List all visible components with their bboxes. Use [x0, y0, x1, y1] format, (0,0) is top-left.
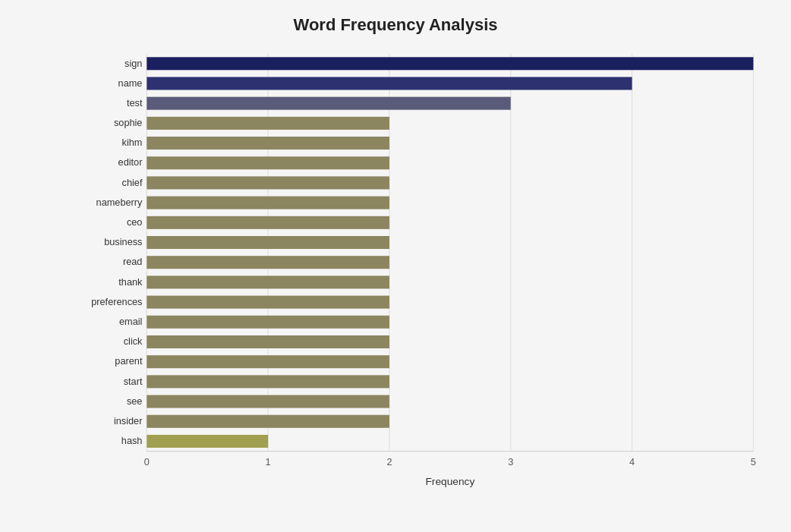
svg-rect-33 — [147, 236, 389, 249]
svg-text:preferences: preferences — [91, 297, 142, 307]
svg-text:2: 2 — [386, 458, 392, 468]
svg-text:4: 4 — [629, 458, 635, 468]
chart-area: 012345Frequencysignnametestsophiekihmedi… — [84, 50, 768, 490]
svg-rect-51 — [147, 415, 389, 428]
svg-text:chief: chief — [122, 178, 143, 188]
svg-text:test: test — [127, 98, 143, 109]
svg-text:business: business — [104, 238, 142, 248]
svg-text:sophie: sophie — [114, 118, 143, 128]
svg-rect-43 — [147, 335, 389, 348]
svg-rect-17 — [147, 77, 632, 90]
svg-rect-25 — [147, 156, 389, 169]
svg-text:start: start — [124, 376, 143, 387]
svg-rect-45 — [147, 355, 389, 368]
svg-text:kihm: kihm — [122, 138, 143, 149]
svg-text:email: email — [119, 316, 142, 327]
svg-text:read: read — [123, 257, 143, 268]
svg-rect-47 — [147, 375, 389, 388]
chart-title: Word Frequency Analysis — [23, 15, 768, 35]
svg-rect-31 — [147, 216, 389, 229]
svg-text:click: click — [124, 336, 143, 347]
svg-text:5: 5 — [751, 458, 756, 468]
svg-rect-15 — [147, 57, 753, 70]
svg-text:thank: thank — [118, 277, 143, 288]
svg-rect-39 — [147, 296, 389, 309]
svg-text:hash: hash — [121, 436, 143, 446]
svg-text:1: 1 — [266, 458, 271, 468]
svg-text:ceo: ceo — [127, 217, 143, 228]
svg-rect-41 — [147, 316, 389, 329]
svg-text:editor: editor — [118, 158, 143, 168]
svg-text:see: see — [127, 396, 143, 407]
svg-rect-19 — [147, 97, 510, 110]
svg-rect-23 — [147, 137, 389, 150]
svg-rect-21 — [147, 117, 389, 130]
svg-rect-35 — [147, 256, 389, 269]
svg-text:sign: sign — [124, 58, 142, 69]
chart-svg: 012345Frequencysignnametestsophiekihmedi… — [84, 50, 768, 490]
svg-text:insider: insider — [114, 416, 142, 427]
svg-rect-27 — [147, 176, 389, 189]
svg-text:3: 3 — [508, 458, 513, 468]
svg-text:name: name — [118, 78, 143, 89]
svg-text:Frequency: Frequency — [425, 476, 474, 487]
svg-text:parent: parent — [115, 357, 143, 367]
svg-text:0: 0 — [144, 458, 150, 468]
svg-rect-53 — [147, 435, 268, 448]
svg-rect-29 — [147, 197, 389, 209]
svg-text:nameberry: nameberry — [96, 197, 143, 208]
svg-rect-37 — [147, 275, 389, 288]
svg-rect-49 — [147, 395, 389, 408]
chart-container: Word Frequency Analysis 012345Frequencys… — [0, 0, 791, 532]
